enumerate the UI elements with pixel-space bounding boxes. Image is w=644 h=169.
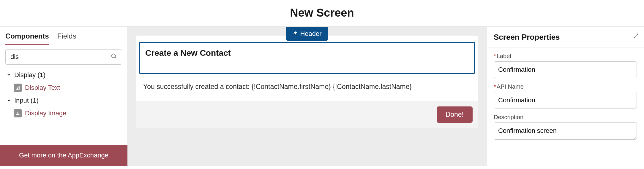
component-tree: Display (1) Display Text Input (1) Displ… [0,68,127,120]
tree-item-display-image[interactable]: Display Image [5,107,122,120]
label-for-api-name: *API Name [494,83,637,90]
tab-fields[interactable]: Fields [57,32,76,45]
svg-line-8 [634,36,635,38]
required-asterisk: * [494,53,496,59]
label-input[interactable] [494,61,637,78]
screen-header-slot[interactable]: Create a New Contact [139,42,475,74]
field-description: Description Confirmation screen [494,114,637,141]
appexchange-button[interactable]: Get more on the AppExchange [0,145,127,166]
display-text-icon [14,84,22,92]
divider [487,47,644,47]
screen-canvas: Header Create a New Contact You successf… [128,27,487,166]
component-search-input[interactable] [5,49,122,65]
tree-group-input[interactable]: Input (1) [5,94,122,107]
screen-body-slot[interactable]: You successfully created a contact: {!Co… [136,74,478,101]
svg-line-1 [115,57,116,59]
label-for-label: *Label [494,53,637,60]
field-api-name: *API Name [494,83,637,109]
screen-footer-slot: Done! [136,101,478,128]
tree-group-display[interactable]: Display (1) [5,69,122,81]
left-tabs: Components Fields [0,27,127,45]
field-label: *Label [494,53,637,78]
properties-title: Screen Properties [494,33,637,42]
tree-item-label: Display Image [25,109,66,117]
done-button[interactable]: Done! [437,106,473,123]
tab-components[interactable]: Components [5,32,49,45]
chevron-down-icon [7,97,11,104]
search-icon [111,53,117,61]
page-header: New Screen [0,0,644,26]
tree-group-label: Input (1) [14,97,39,104]
components-panel: Components Fields Display (1) [0,27,128,166]
header-pill-label: Header [300,30,321,38]
description-textarea[interactable]: Confirmation screen [494,122,637,140]
label-for-description: Description [494,114,637,121]
screen-card: Create a New Contact You successfully cr… [136,36,478,128]
api-name-input[interactable] [494,92,637,109]
required-asterisk: * [494,83,496,90]
component-search [5,49,122,65]
tree-item-display-text[interactable]: Display Text [5,81,122,94]
chevron-down-icon [7,71,11,79]
expand-icon[interactable] [633,33,639,40]
main-layout: Components Fields Display (1) [0,26,644,166]
display-image-icon [14,109,22,117]
header-pill[interactable]: Header [286,27,328,41]
tree-group-label: Display (1) [14,71,45,79]
svg-line-9 [637,34,638,35]
page-title: New Screen [0,7,644,19]
properties-panel: Screen Properties *Label *API Name Descr… [487,27,644,166]
lightning-icon [292,30,298,38]
tree-item-label: Display Text [25,84,60,92]
svg-point-7 [17,112,18,113]
svg-point-0 [112,54,116,58]
body-text: You successfully created a contact: {!Co… [143,83,412,90]
screen-title: Create a New Contact [145,48,469,62]
